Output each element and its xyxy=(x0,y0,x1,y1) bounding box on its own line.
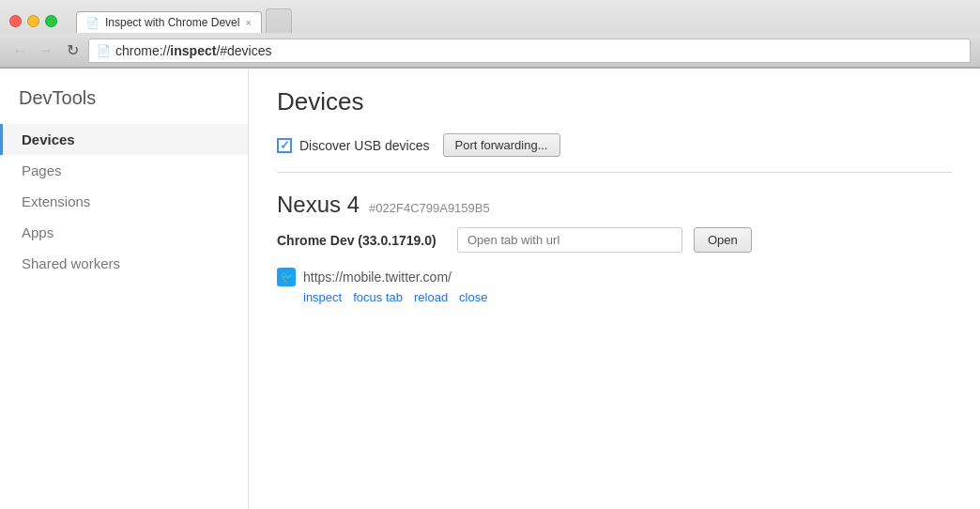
minimize-button[interactable] xyxy=(27,15,39,27)
inspect-link[interactable]: inspect xyxy=(303,290,342,304)
checkmark-icon: ✓ xyxy=(280,138,290,152)
address-bold: inspect xyxy=(170,43,216,58)
sidebar-item-devices[interactable]: Devices xyxy=(0,124,248,155)
close-button[interactable] xyxy=(9,15,22,27)
address-text: chrome://inspect/#devices xyxy=(115,43,272,58)
browser-chrome: 📄 Inspect with Chrome Devel × ← → ↻ 📄 ch… xyxy=(0,0,980,69)
tab-actions: inspect focus tab reload close xyxy=(277,290,952,304)
sidebar-item-extensions[interactable]: Extensions xyxy=(0,186,248,217)
device-name-row: Nexus 4 #022F4C799A9159B5 xyxy=(277,192,952,218)
address-suffix: /#devices xyxy=(216,43,271,58)
tab-close-icon[interactable]: × xyxy=(245,17,251,28)
device-id: #022F4C799A9159B5 xyxy=(369,201,490,215)
traffic-lights xyxy=(9,15,57,27)
new-tab-button[interactable] xyxy=(266,8,292,33)
close-link[interactable]: close xyxy=(459,290,487,304)
sidebar-item-apps[interactable]: Apps xyxy=(0,217,248,248)
page-heading: Devices xyxy=(277,87,952,116)
tab-row: 🐦 https://mobile.twitter.com/ xyxy=(277,264,952,290)
device-name: Nexus 4 xyxy=(277,192,360,218)
discover-usb-checkbox-wrapper: ✓ Discover USB devices xyxy=(277,138,430,153)
focus-tab-link[interactable]: focus tab xyxy=(353,290,403,304)
reload-link[interactable]: reload xyxy=(414,290,448,304)
browser-label: Chrome Dev (33.0.1719.0) xyxy=(277,233,446,248)
page-content: DevTools Devices Pages Extensions Apps S… xyxy=(0,69,980,509)
tab-favicon-icon: 📄 xyxy=(86,17,100,29)
discover-usb-label: Discover USB devices xyxy=(299,138,430,153)
back-button[interactable]: ← xyxy=(9,40,30,61)
address-prefix: chrome:// xyxy=(115,43,170,58)
port-forwarding-button[interactable]: Port forwarding... xyxy=(443,133,560,157)
main-content: Devices ✓ Discover USB devices Port forw… xyxy=(249,69,980,509)
forward-button[interactable]: → xyxy=(36,40,56,61)
open-tab-button[interactable]: Open xyxy=(694,227,752,253)
nav-bar: ← → ↻ 📄 chrome://inspect/#devices xyxy=(0,34,980,68)
active-tab[interactable]: 📄 Inspect with Chrome Devel × xyxy=(76,11,262,33)
address-bar[interactable]: 📄 chrome://inspect/#devices xyxy=(88,39,971,63)
device-section: Nexus 4 #022F4C799A9159B5 Chrome Dev (33… xyxy=(277,192,952,304)
tab-url: https://mobile.twitter.com/ xyxy=(303,270,452,285)
sidebar: DevTools Devices Pages Extensions Apps S… xyxy=(0,69,249,509)
tab-title: Inspect with Chrome Devel xyxy=(105,16,239,29)
page-icon: 📄 xyxy=(97,44,111,57)
sidebar-item-pages[interactable]: Pages xyxy=(0,155,248,186)
browser-row: Chrome Dev (33.0.1719.0) Open xyxy=(277,227,952,253)
sidebar-item-shared-workers[interactable]: Shared workers xyxy=(0,248,248,279)
title-bar: 📄 Inspect with Chrome Devel × xyxy=(0,0,980,34)
reload-button[interactable]: ↻ xyxy=(62,40,83,61)
maximize-button[interactable] xyxy=(45,15,57,27)
discover-usb-checkbox[interactable]: ✓ xyxy=(277,138,292,153)
tab-bar: 📄 Inspect with Chrome Devel × xyxy=(76,8,292,33)
twitter-icon: 🐦 xyxy=(277,268,296,286)
discover-row: ✓ Discover USB devices Port forwarding..… xyxy=(277,133,952,173)
open-tab-url-input[interactable] xyxy=(457,227,682,253)
sidebar-title: DevTools xyxy=(0,87,248,124)
